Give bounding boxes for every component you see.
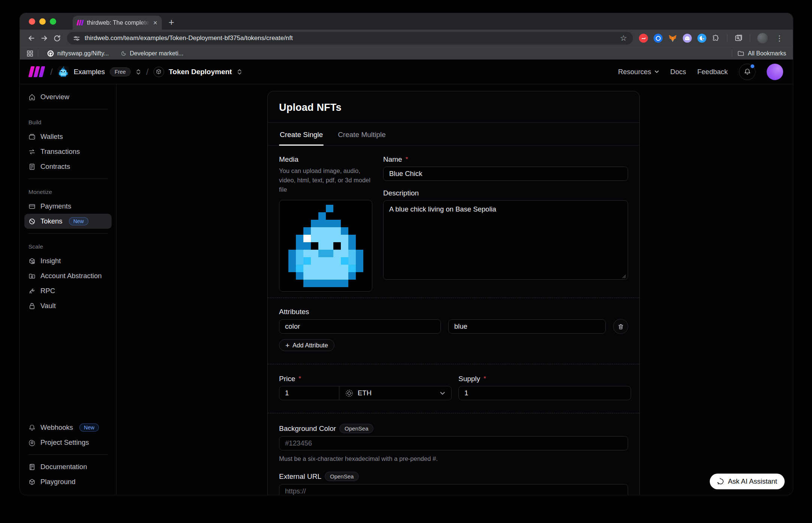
token-icon xyxy=(28,218,36,225)
team-name[interactable]: Examples xyxy=(74,68,105,76)
sidebar-item-tokens[interactable]: Tokens New xyxy=(24,214,112,229)
ask-ai-assistant-button[interactable]: Ask AI Assistant xyxy=(710,474,785,489)
description-textarea[interactable]: A blue chick living on Base Sepolia xyxy=(383,200,628,280)
media-hint: You can upload image, audio, video, html… xyxy=(279,166,373,194)
project-avatar xyxy=(154,67,164,77)
sidebar-item-rpc[interactable]: RPC xyxy=(24,283,112,298)
toolbar-separator xyxy=(750,34,750,42)
header-nav: Resources Docs Feedback xyxy=(618,64,783,80)
browser-tab[interactable]: thirdweb: The complete web3... × xyxy=(73,16,162,30)
extensions-puzzle-icon[interactable] xyxy=(712,34,720,42)
delete-attribute-button[interactable] xyxy=(613,319,628,334)
insight-icon xyxy=(28,258,36,265)
main-area: Upload NFTs Create Single Create Multipl… xyxy=(116,84,793,495)
tab-title: thirdweb: The complete web3... xyxy=(87,19,149,26)
sidebar-item-documentation[interactable]: Documentation xyxy=(24,459,112,474)
thirdweb-logo[interactable] xyxy=(28,66,45,77)
sidebar-item-insight[interactable]: Insight xyxy=(24,253,112,268)
bookmark-star-icon[interactable]: ☆ xyxy=(620,34,627,43)
bookmarks-separator xyxy=(732,50,732,57)
background-color-helper: Must be a six-character hexadecimal with… xyxy=(279,454,628,463)
phantom-icon[interactable] xyxy=(683,34,692,43)
notifications-button[interactable] xyxy=(739,64,755,80)
supply-label: Supply* xyxy=(458,375,631,383)
sidebar-item-transactions[interactable]: Transactions xyxy=(24,144,112,159)
external-url-label: External URL OpenSea xyxy=(279,472,628,481)
forward-icon[interactable] xyxy=(38,32,51,45)
project-switcher-icon[interactable] xyxy=(237,68,242,76)
media-upload-preview[interactable] xyxy=(279,200,372,292)
attributes-label: Attributes xyxy=(279,308,628,316)
site-header: / Examples Free / Token Deployment Reso xyxy=(20,60,793,84)
account-avatar[interactable] xyxy=(767,64,783,80)
name-input[interactable] xyxy=(383,167,628,181)
price-label: Price* xyxy=(279,375,452,383)
sidebar-section-monetize: Monetize xyxy=(28,189,107,195)
metamask-icon[interactable] xyxy=(668,34,677,43)
currency-select[interactable]: ETH xyxy=(339,386,451,400)
tab-create-multiple[interactable]: Create Multiple xyxy=(337,123,387,145)
reload-icon[interactable] xyxy=(51,32,63,45)
bookmark-item-github[interactable]: niftyswap.gg/Nifty... xyxy=(43,50,113,57)
url-bar[interactable]: thirdweb.com/team/examples/Token-Deploym… xyxy=(67,32,633,45)
bookmark-item-dev[interactable]: Developer marketi... xyxy=(116,50,188,57)
screen: { "browser": { "tab": { "title": "thirdw… xyxy=(0,0,812,523)
required-asterisk: * xyxy=(299,375,301,383)
notification-dot xyxy=(751,64,754,68)
sidebar-item-webhooks[interactable]: Webhooks New xyxy=(24,420,112,435)
external-url-input[interactable] xyxy=(279,484,628,495)
all-bookmarks[interactable]: All Bookmarks xyxy=(730,50,786,57)
sidebar-item-playground[interactable]: Playground xyxy=(24,474,112,489)
background-color-input[interactable] xyxy=(279,436,628,450)
sidebar-item-account-abstraction[interactable]: Account Abstraction xyxy=(24,268,112,283)
minimize-window-button[interactable] xyxy=(39,18,46,25)
sidebar-divider xyxy=(28,109,108,109)
sidebar-item-wallets[interactable]: Wallets xyxy=(24,129,112,144)
webhook-bell-icon xyxy=(28,424,36,431)
back-icon[interactable] xyxy=(25,32,38,45)
description-label: Description xyxy=(383,189,628,197)
bookmarks-bar: niftyswap.gg/Nifty... Developer marketi.… xyxy=(20,47,793,60)
background-color-label: Background Color OpenSea xyxy=(279,424,628,433)
attribute-name-input[interactable] xyxy=(279,319,441,334)
trash-icon xyxy=(618,323,624,330)
nav-resources[interactable]: Resources xyxy=(618,68,659,76)
browser-menu-icon[interactable]: ⋮ xyxy=(773,34,785,43)
tab-search-icon[interactable] xyxy=(734,34,743,42)
sidebar-item-overview[interactable]: Overview xyxy=(24,89,112,104)
add-attribute-button[interactable]: + Add Attribute xyxy=(279,339,334,351)
new-tab-button[interactable]: + xyxy=(169,16,174,30)
plus-icon: + xyxy=(285,342,290,349)
tab-create-single[interactable]: Create Single xyxy=(279,123,324,145)
sidebar-item-vault[interactable]: Vault xyxy=(24,298,112,313)
supply-input[interactable] xyxy=(458,386,631,400)
folder-box-icon xyxy=(28,273,36,280)
tab-close-icon[interactable]: × xyxy=(153,19,157,26)
browser-profile-avatar[interactable] xyxy=(757,33,768,43)
name-label: Name* xyxy=(383,155,628,164)
close-window-button[interactable] xyxy=(29,18,35,25)
sidebar-item-project-settings[interactable]: Project Settings xyxy=(24,435,112,450)
sidebar-section-scale: Scale xyxy=(28,243,107,250)
bookmark-label: niftyswap.gg/Nifty... xyxy=(57,50,109,57)
sidebar-item-contracts[interactable]: Contracts xyxy=(24,159,112,174)
github-icon xyxy=(47,50,54,57)
nav-feedback[interactable]: Feedback xyxy=(697,68,728,76)
apps-grid-icon[interactable] xyxy=(27,50,33,57)
attribute-value-input[interactable] xyxy=(448,319,606,334)
extension-icon-5[interactable] xyxy=(697,34,706,43)
chat-bubble-icon xyxy=(717,478,724,485)
site-settings-icon[interactable] xyxy=(73,35,80,42)
currency-value: ETH xyxy=(358,389,372,397)
contract-icon xyxy=(28,163,36,170)
extension-icon-1[interactable] xyxy=(639,34,648,43)
url-text[interactable]: thirdweb.com/team/examples/Token-Deploym… xyxy=(85,34,615,42)
nav-docs[interactable]: Docs xyxy=(670,68,686,76)
team-switcher-icon[interactable] xyxy=(136,68,141,76)
extension-icon-2[interactable] xyxy=(654,34,663,43)
zoom-window-button[interactable] xyxy=(50,18,56,25)
price-input[interactable] xyxy=(279,386,339,400)
sidebar-item-payments[interactable]: Payments xyxy=(24,199,112,214)
project-name[interactable]: Token Deployment xyxy=(169,68,232,76)
form-tabs: Create Single Create Multiple xyxy=(268,123,639,146)
